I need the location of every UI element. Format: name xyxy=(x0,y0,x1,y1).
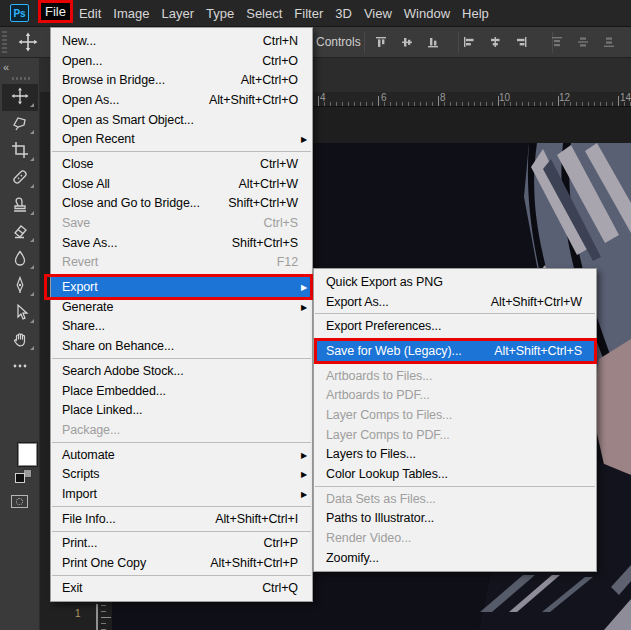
menu-item-generate[interactable]: Generate▶ xyxy=(51,297,312,317)
menu-item-revert: RevertF12 xyxy=(51,253,312,273)
menu-item-color-lookup-tables[interactable]: Color Lookup Tables... xyxy=(314,464,596,484)
menu-item-label: Paths to Illustrator... xyxy=(326,511,434,525)
menu-item-search-adobe-stock[interactable]: Search Adobe Stock... xyxy=(51,361,312,381)
menu-item-label: Import xyxy=(62,487,97,501)
menubar-item-filter[interactable]: Filter xyxy=(288,0,329,27)
hand-tool[interactable] xyxy=(2,327,38,354)
align-right-edges-icon xyxy=(514,35,528,49)
menubar-item-3d[interactable]: 3D xyxy=(329,0,358,27)
menu-item-open-as-smart-object[interactable]: Open as Smart Object... xyxy=(51,110,312,130)
menu-item-new[interactable]: New...Ctrl+N xyxy=(51,31,312,51)
move-tool[interactable] xyxy=(2,84,38,111)
ellipsis-icon xyxy=(11,357,29,379)
menu-item-print-one-copy[interactable]: Print One CopyAlt+Shift+Ctrl+P xyxy=(51,553,312,573)
align-left-edges-icon xyxy=(462,35,476,49)
menu-item-label: Export Preferences... xyxy=(326,319,441,333)
menu-item-shortcut: Ctrl+S xyxy=(264,216,298,230)
menu-item-open-recent[interactable]: Open Recent▶ xyxy=(51,129,312,149)
menu-item-close-and-go-to-bridge[interactable]: Close and Go to Bridge...Shift+Ctrl+W xyxy=(51,194,312,214)
submenu-arrow-icon: ▶ xyxy=(301,489,307,498)
quick-mask-button[interactable] xyxy=(11,495,28,508)
menu-item-import[interactable]: Import▶ xyxy=(51,484,312,504)
submenu-arrow-icon: ▶ xyxy=(301,450,307,459)
menu-item-shortcut: Alt+Ctrl+O xyxy=(241,73,298,87)
direct-selection-tool[interactable] xyxy=(2,300,38,327)
menubar-item-help[interactable]: Help xyxy=(456,0,495,27)
align-right-edges-button[interactable] xyxy=(512,34,530,50)
distribute-vertical-centers-button[interactable] xyxy=(574,34,592,50)
menubar-item-edit[interactable]: Edit xyxy=(73,0,107,27)
menu-item-layer-comps-to-pdf: Layer Comps to PDF... xyxy=(314,425,596,445)
menu-item-file-info[interactable]: File Info...Alt+Shift+Ctrl+I xyxy=(51,509,312,529)
clone-stamp-tool[interactable] xyxy=(2,192,38,219)
menu-item-save-as[interactable]: Save As...Shift+Ctrl+S xyxy=(51,233,312,253)
menu-item-export-as[interactable]: Export As...Alt+Shift+Ctrl+W xyxy=(314,292,596,312)
menu-item-shortcut: Ctrl+W xyxy=(260,157,298,171)
crop-tool[interactable] xyxy=(2,138,38,165)
align-horizontal-centers-button[interactable] xyxy=(486,34,504,50)
menu-item-automate[interactable]: Automate▶ xyxy=(51,445,312,465)
align-vertical-centers-button[interactable] xyxy=(398,34,416,50)
menubar-item-image[interactable]: Image xyxy=(107,0,155,27)
menu-item-shortcut: Ctrl+N xyxy=(263,34,298,48)
foreground-color-swatch[interactable] xyxy=(17,442,38,467)
menu-item-layers-to-files[interactable]: Layers to Files... xyxy=(314,445,596,465)
menu-item-label: Package... xyxy=(62,423,120,437)
menu-item-save-for-web-legacy[interactable]: Save for Web (Legacy)...Alt+Shift+Ctrl+S xyxy=(314,341,596,361)
menu-item-label: Browse in Bridge... xyxy=(62,73,165,87)
lasso-tool[interactable] xyxy=(2,111,38,138)
menubar-item-view[interactable]: View xyxy=(358,0,398,27)
menu-separator xyxy=(52,151,311,152)
menu-item-export[interactable]: Export▶ xyxy=(51,277,312,297)
menu-item-paths-to-illustrator[interactable]: Paths to Illustrator... xyxy=(314,509,596,529)
blur-tool[interactable] xyxy=(2,246,38,273)
menu-item-place-embedded[interactable]: Place Embedded... xyxy=(51,381,312,401)
menu-item-scripts[interactable]: Scripts▶ xyxy=(51,464,312,484)
menubar-item-type[interactable]: Type xyxy=(200,0,240,27)
align-top-edges-button[interactable] xyxy=(372,34,390,50)
document-pane-edge xyxy=(96,604,98,630)
align-left-edges-button[interactable] xyxy=(460,34,478,50)
menu-item-close[interactable]: CloseCtrl+W xyxy=(51,154,312,174)
eraser-tool[interactable] xyxy=(2,219,38,246)
menu-item-share-on-behance[interactable]: Share on Behance... xyxy=(51,336,312,356)
current-tool-icon xyxy=(17,32,41,53)
align-bottom-edges-button[interactable] xyxy=(424,34,442,50)
menubar-item-window[interactable]: Window xyxy=(398,0,456,27)
menubar-item-layer[interactable]: Layer xyxy=(156,0,201,27)
menu-item-label: Revert xyxy=(62,255,98,269)
menu-item-open[interactable]: Open...Ctrl+O xyxy=(51,51,312,71)
menu-item-shortcut: F12 xyxy=(277,255,298,269)
menu-item-zoomify[interactable]: Zoomify... xyxy=(314,548,596,568)
default-foreground-color-swatch[interactable] xyxy=(15,473,25,483)
menu-item-share[interactable]: Share... xyxy=(51,317,312,337)
edit-toolbar-button[interactable] xyxy=(2,354,38,381)
menu-item-label: Save xyxy=(62,216,90,230)
menu-separator xyxy=(52,442,311,443)
collapse-panel-icon[interactable]: « xyxy=(3,61,8,73)
menubar-item-file[interactable]: File xyxy=(38,0,73,23)
color-swatches xyxy=(0,440,40,520)
distribute-top-edges-button[interactable] xyxy=(548,34,566,50)
menubar-item-select[interactable]: Select xyxy=(240,0,288,27)
menu-item-label: Artboards to PDF... xyxy=(326,388,430,402)
menu-item-browse-in-bridge[interactable]: Browse in Bridge...Alt+Ctrl+O xyxy=(51,70,312,90)
menu-item-quick-export-as-png[interactable]: Quick Export as PNG xyxy=(314,272,596,292)
submenu-arrow-icon: ▶ xyxy=(301,302,307,311)
menu-item-exit[interactable]: ExitCtrl+Q xyxy=(51,578,312,598)
menubar: Ps FileEditImageLayerTypeSelectFilter3DV… xyxy=(0,0,631,27)
healing-brush-tool[interactable] xyxy=(2,165,38,192)
menu-item-close-all[interactable]: Close AllAlt+Ctrl+W xyxy=(51,174,312,194)
menu-item-label: Export xyxy=(62,280,98,294)
menu-item-place-linked[interactable]: Place Linked... xyxy=(51,400,312,420)
menu-item-print[interactable]: Print...Ctrl+P xyxy=(51,534,312,554)
menu-separator xyxy=(52,358,311,359)
menu-item-open-as[interactable]: Open As...Alt+Shift+Ctrl+O xyxy=(51,90,312,110)
pen-tool[interactable] xyxy=(2,273,38,300)
menu-item-label: Layer Comps to PDF... xyxy=(326,428,450,442)
menu-item-export-preferences[interactable]: Export Preferences... xyxy=(314,316,596,336)
menu-item-shortcut: Ctrl+Q xyxy=(262,581,298,595)
align-horizontal-centers-icon xyxy=(488,35,502,49)
distribute-bottom-edges-button[interactable] xyxy=(600,34,618,50)
menu-separator xyxy=(315,338,595,339)
